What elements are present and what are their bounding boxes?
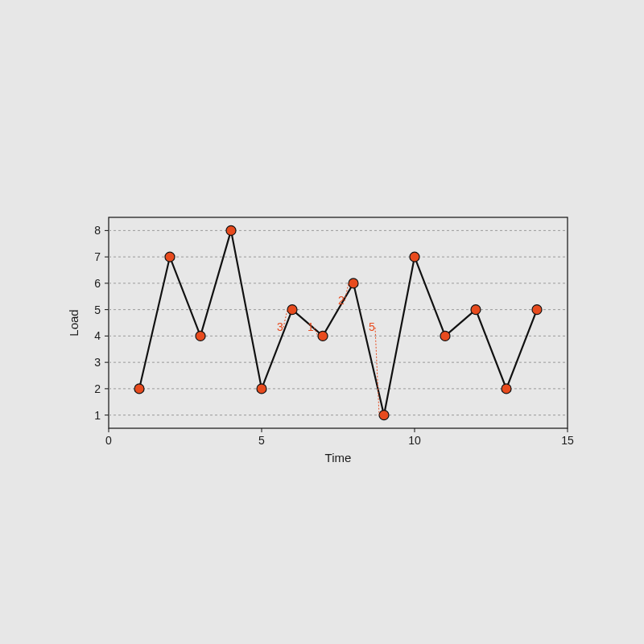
y-tick-label: 3 (94, 356, 101, 369)
data-point (134, 384, 144, 394)
data-point (257, 384, 266, 394)
annotation-leader (375, 328, 379, 415)
x-tick-label: 5 (258, 434, 265, 447)
y-axis: 12345678 (94, 224, 109, 421)
data-point (318, 331, 328, 341)
y-tick-label: 1 (94, 409, 101, 422)
data-point (502, 384, 511, 394)
annotation-label: 1 (308, 320, 314, 333)
series-line (139, 230, 537, 415)
y-tick-label: 5 (94, 303, 101, 316)
annotation-label: 3 (277, 320, 283, 333)
y-tick-label: 4 (94, 329, 101, 342)
y-gridlines (109, 230, 568, 415)
chart-container: 12345678051015TimeLoad3125 (64, 209, 580, 435)
x-tick-label: 10 (408, 434, 421, 447)
data-point (532, 305, 542, 315)
data-point (226, 225, 236, 235)
y-tick-label: 2 (94, 382, 101, 395)
x-axis-label: Time (325, 451, 352, 464)
annotation-label: 5 (369, 320, 375, 333)
data-point (196, 331, 205, 341)
y-axis-label: Load (67, 309, 80, 336)
y-tick-label: 7 (94, 250, 101, 263)
data-point (287, 305, 297, 315)
x-tick-label: 0 (105, 434, 112, 447)
y-tick-label: 6 (94, 277, 101, 290)
annotation-label: 2 (338, 294, 345, 307)
data-point (440, 331, 450, 341)
x-tick-label: 15 (561, 434, 574, 447)
data-point (349, 279, 358, 288)
load-time-line-chart: 12345678051015TimeLoad3125 (64, 209, 580, 467)
y-tick-label: 8 (94, 224, 101, 237)
data-point (379, 411, 389, 420)
data-point (410, 252, 419, 262)
data-point (165, 252, 175, 262)
data-point (471, 305, 481, 315)
plot-frame (109, 217, 568, 428)
x-axis: 051015 (105, 428, 574, 447)
annotations: 3125 (277, 283, 379, 415)
